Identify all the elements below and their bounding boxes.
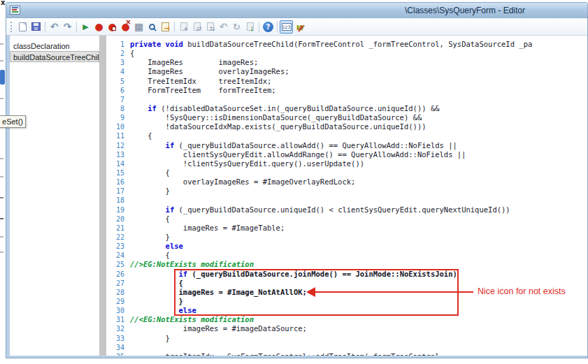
undo-icon [50, 21, 59, 32]
toolbar-grip-handle[interactable] [10, 22, 13, 32]
code-text: treeItemIdx = SysFormTreeControl::addTre… [124, 352, 440, 356]
code-line[interactable]: 11 { [106, 131, 587, 140]
help-button[interactable] [261, 20, 275, 34]
code-text: FormTreeItem formTreeItem; [124, 86, 276, 95]
line-number: 19 [106, 205, 124, 214]
code-text: else [124, 242, 183, 251]
line-number: 18 [106, 196, 124, 205]
import-button[interactable] [243, 20, 257, 34]
code-line[interactable]: 7 [106, 95, 587, 104]
code-line[interactable]: 2{ [106, 49, 587, 58]
line-number: 16 [106, 177, 124, 187]
lookup-button[interactable] [145, 20, 159, 34]
code-line[interactable]: 15 { [106, 168, 587, 177]
screen: x \Classes\SysQueryForm - Editor classDe… [0, 0, 588, 364]
scripts-icon [295, 22, 303, 32]
remove-breakpoints-icon [121, 22, 129, 31]
new-document-button[interactable] [16, 20, 29, 34]
run-button[interactable] [79, 20, 92, 34]
background-fragment-mark [0, 98, 3, 99]
code-line[interactable]: 9 !SysQuery::isDimensionDataSource(_quer… [106, 113, 587, 122]
insert-file-button[interactable] [177, 20, 190, 34]
code-line[interactable]: 23 else [106, 242, 587, 251]
code-line[interactable]: 18 [106, 196, 587, 205]
method-list-item[interactable]: classDeclaration [10, 40, 99, 51]
code-line[interactable]: 32 imageRes = #imageDataSource; [106, 324, 587, 333]
revert-button[interactable] [217, 20, 230, 34]
line-number: 20 [106, 214, 124, 224]
toolbar-separator [259, 22, 259, 32]
background-fragment-mark [0, 252, 3, 253]
code-line[interactable]: 12 if (_queryBuildDataSource.allowAdd() … [106, 141, 587, 150]
annotation-arrowhead-icon [306, 287, 315, 297]
goto-icon [162, 22, 169, 31]
code-text: if (!disabledDataSourceSet.in(_queryBuil… [124, 104, 440, 113]
code-line[interactable]: 3 ImageRes imageRes; [106, 58, 587, 67]
redo-button[interactable] [61, 20, 74, 34]
code-line[interactable]: 19 if (_queryBuildDataSource.uniqueId() … [106, 205, 587, 214]
line-number: 26 [106, 270, 124, 279]
code-line[interactable]: 6 FormTreeItem formTreeItem; [106, 86, 587, 95]
enhanced-breakpoint-button[interactable] [106, 20, 119, 34]
code-line[interactable]: 8 if (!disabledDataSourceSet.in(_queryBu… [106, 104, 587, 113]
line-number: 5 [106, 77, 124, 86]
code-text [124, 343, 130, 352]
code-line[interactable]: 34 [106, 343, 587, 352]
line-numbers-button[interactable] [280, 20, 293, 34]
line-number: 12 [106, 141, 124, 150]
line-number: 23 [106, 242, 124, 251]
line-number: 15 [106, 168, 124, 177]
scripts-button[interactable] [293, 20, 306, 34]
code-line[interactable]: 25//>EG:NotExists modification [106, 260, 587, 269]
goto-button[interactable] [159, 20, 172, 34]
undo-button[interactable] [48, 20, 61, 34]
line-number: 24 [106, 251, 124, 260]
annotation-label: Nice icon for not exists [478, 286, 566, 296]
code-line[interactable]: 33 } [106, 334, 587, 343]
code-line[interactable]: 1private void buildDataSourceTreeChild(F… [106, 40, 587, 49]
annotation-arrow-line [315, 291, 473, 293]
code-text: private void buildDataSourceTreeChild(Fo… [124, 40, 532, 49]
code-line[interactable]: 14 !clientSysQueryEdit.query().userUpdat… [106, 159, 587, 168]
line-number: 34 [106, 343, 124, 352]
code-line[interactable]: 21 imageRes = #ImageTable; [106, 224, 587, 233]
line-number: 13 [106, 150, 124, 159]
background-fragment-mark [0, 60, 3, 61]
insert-file-icon [180, 22, 187, 31]
line-number: 21 [106, 224, 124, 233]
remove-breakpoints-button[interactable] [119, 20, 132, 34]
code-text [124, 95, 130, 104]
code-line[interactable]: 20 { [106, 214, 587, 224]
code-line[interactable]: 13 clientSysQueryEdit.allowAddRange() ==… [106, 150, 587, 159]
method-list-item[interactable]: buildDataSourceTreeChild [10, 51, 99, 62]
line-number: 8 [106, 104, 124, 113]
swap-button[interactable] [203, 20, 217, 34]
code-line[interactable]: 22 } [106, 233, 587, 242]
save-button[interactable] [29, 20, 43, 34]
line-number: 14 [106, 159, 124, 168]
code-line[interactable]: 10 !dataSourceIdxMap.exists(_queryBuildD… [106, 122, 587, 131]
breakpoints-window-button[interactable] [132, 20, 145, 34]
line-number: 1 [106, 40, 124, 49]
help-icon [263, 22, 273, 32]
toolbar-separator [45, 22, 45, 32]
lookup-icon [149, 24, 155, 30]
code-line[interactable]: 17 } [106, 187, 587, 196]
code-line[interactable]: 5 TreeItemIdx treeItemIdx; [106, 77, 587, 86]
code-line[interactable]: 16 overlayImageRes = #ImageOverlayRedLoc… [106, 177, 587, 187]
code-line[interactable]: 35 treeItemIdx = SysFormTreeControl::add… [106, 352, 587, 356]
refresh-button[interactable] [230, 20, 243, 34]
background-fragment-mark [0, 158, 3, 159]
background-fragment-mark [0, 218, 3, 219]
line-number: 25 [106, 260, 124, 269]
breakpoint-icon [94, 22, 103, 31]
background-fragment-mark [0, 236, 3, 238]
code-line[interactable]: 24 { [106, 251, 587, 260]
code-text: } [124, 187, 170, 196]
breakpoint-button[interactable] [92, 20, 106, 34]
line-number: 9 [106, 113, 124, 122]
code-text: { [124, 251, 170, 260]
code-line[interactable]: 31//<EG:NotExists modification [106, 315, 587, 324]
compare-button[interactable] [190, 20, 203, 34]
code-line[interactable]: 4 ImageRes overlayImageRes; [106, 67, 587, 76]
